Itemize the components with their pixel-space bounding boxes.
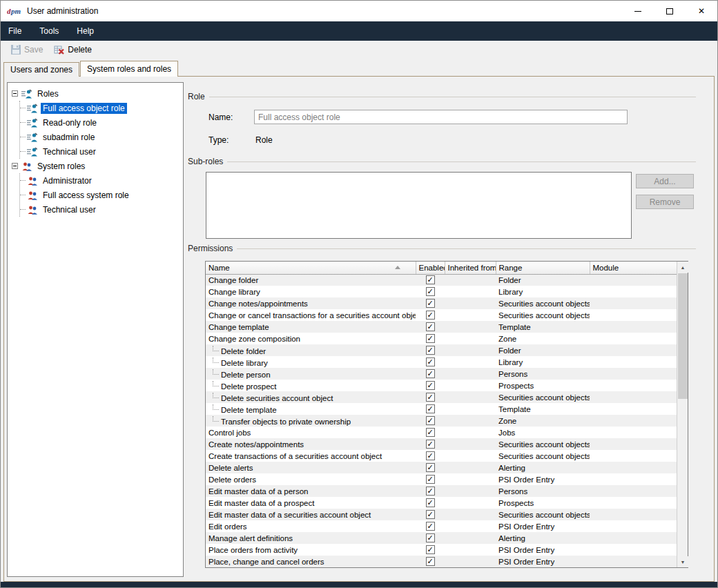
permission-row-edit-master-data-of-a-securities-account-object[interactable]: Edit master data of a securities account… bbox=[206, 509, 677, 520]
permission-row-manage-alert-definitions[interactable]: Manage alert definitions✓Alerting bbox=[206, 532, 677, 544]
permission-row-delete-orders[interactable]: Delete orders✓PSI Order Entry bbox=[206, 473, 677, 485]
enabled-checkbox[interactable]: ✓ bbox=[426, 381, 435, 390]
permission-name: Change folder bbox=[206, 274, 416, 286]
permission-row-edit-master-data-of-a-prospect[interactable]: Edit master data of a prospect✓Prospects bbox=[206, 497, 677, 509]
permissions-scrollbar[interactable]: ▲ ▼ bbox=[677, 262, 688, 567]
enabled-checkbox[interactable]: ✓ bbox=[426, 557, 435, 566]
enabled-checkbox[interactable]: ✓ bbox=[426, 510, 435, 519]
enabled-checkbox[interactable]: ✓ bbox=[426, 357, 435, 366]
tab-system-roles-and-roles[interactable]: System roles and roles bbox=[80, 61, 178, 77]
permission-row-delete-folder[interactable]: Delete folder✓Folder bbox=[206, 344, 677, 356]
permission-row-delete-prospect[interactable]: Delete prospect✓Prospects bbox=[206, 380, 677, 391]
enabled-checkbox[interactable]: ✓ bbox=[426, 498, 435, 507]
system-role-icon bbox=[27, 176, 38, 186]
tree-item-technical-user[interactable]: Technical user bbox=[20, 202, 182, 217]
tree-item-full-access-object-role[interactable]: Full access object role bbox=[20, 101, 182, 115]
tree-item-full-access-system-role[interactable]: Full access system role bbox=[20, 188, 182, 202]
enabled-checkbox[interactable]: ✓ bbox=[426, 275, 435, 284]
type-value: Role bbox=[255, 135, 273, 145]
permission-row-delete-template[interactable]: Delete template✓Template bbox=[206, 403, 677, 415]
enabled-checkbox[interactable]: ✓ bbox=[426, 334, 435, 343]
permission-row-delete-person[interactable]: Delete person✓Persons bbox=[206, 368, 677, 380]
enabled-checkbox[interactable]: ✓ bbox=[426, 487, 435, 496]
inherited-from-value bbox=[445, 297, 496, 309]
tree-item-subadmin-role[interactable]: subadmin role bbox=[20, 130, 182, 144]
column-header-inherited-from[interactable]: Inherited from bbox=[445, 262, 496, 274]
enabled-checkbox[interactable]: ✓ bbox=[426, 475, 435, 484]
permission-row-change-zone-composition[interactable]: Change zone composition✓Zone bbox=[206, 333, 677, 344]
enabled-checkbox[interactable]: ✓ bbox=[426, 311, 435, 320]
enabled-checkbox[interactable]: ✓ bbox=[426, 440, 435, 449]
permission-row-change-notes-appointments[interactable]: Change notes/appointments✓Securities acc… bbox=[206, 297, 677, 309]
remove-subrole-button[interactable]: Remove bbox=[636, 195, 694, 209]
column-header-name[interactable]: Name bbox=[206, 262, 416, 274]
enabled-checkbox[interactable]: ✓ bbox=[426, 299, 435, 308]
menu-file[interactable]: File bbox=[1, 21, 30, 41]
permission-row-edit-master-data-of-a-person[interactable]: Edit master data of a person✓Persons bbox=[206, 485, 677, 497]
inherited-from-value bbox=[445, 309, 496, 321]
permission-row-place-change-and-cancel-orders[interactable]: Place, change and cancel orders✓PSI Orde… bbox=[206, 556, 677, 567]
permissions-table: NameEnabledInherited fromRangeModule Cha… bbox=[205, 261, 688, 568]
tab-users-and-zones[interactable]: Users and zones bbox=[3, 62, 79, 77]
range-value: Jobs bbox=[496, 427, 590, 438]
permission-row-change-or-cancel-transactions-for-a-securities-account-object[interactable]: Change or cancel transactions for a secu… bbox=[206, 309, 677, 321]
permission-row-control-jobs[interactable]: Control jobs✓Jobs bbox=[206, 427, 677, 438]
add-subrole-button[interactable]: Add... bbox=[636, 174, 694, 188]
sub-roles-listbox[interactable] bbox=[206, 172, 632, 239]
scroll-down-icon[interactable]: ▼ bbox=[677, 556, 688, 567]
minimize-button[interactable] bbox=[622, 1, 654, 21]
permission-row-delete-securities-account-object[interactable]: Delete securities account object✓Securit… bbox=[206, 391, 677, 403]
range-value: PSI Order Entry bbox=[496, 520, 590, 532]
enabled-checkbox[interactable]: ✓ bbox=[426, 346, 435, 355]
permission-row-create-notes-appointments[interactable]: Create notes/appointments✓Securities acc… bbox=[206, 438, 677, 450]
scroll-up-icon[interactable]: ▲ bbox=[677, 262, 688, 273]
permission-name: Delete library bbox=[206, 356, 416, 368]
enabled-checkbox[interactable]: ✓ bbox=[426, 416, 435, 425]
permission-name: Transfer objects to private ownership bbox=[206, 415, 416, 427]
enabled-checkbox[interactable]: ✓ bbox=[426, 463, 435, 472]
enabled-checkbox[interactable]: ✓ bbox=[426, 451, 435, 460]
enabled-checkbox[interactable]: ✓ bbox=[426, 404, 435, 413]
menu-tools[interactable]: Tools bbox=[30, 21, 68, 41]
enabled-checkbox[interactable]: ✓ bbox=[426, 322, 435, 331]
maximize-button[interactable] bbox=[654, 1, 686, 21]
tree-item-technical-user[interactable]: Technical user bbox=[20, 144, 182, 159]
permission-row-delete-alerts[interactable]: Delete alerts✓Alerting bbox=[206, 462, 677, 473]
tree-item-roles[interactable]: Roles bbox=[12, 86, 182, 101]
enabled-checkbox[interactable]: ✓ bbox=[426, 287, 435, 296]
menu-help[interactable]: Help bbox=[68, 21, 103, 41]
tree-item-system-roles[interactable]: System roles bbox=[12, 159, 182, 173]
scrollbar-thumb[interactable] bbox=[678, 273, 688, 399]
column-header-range[interactable]: Range bbox=[496, 262, 590, 274]
enabled-checkbox[interactable]: ✓ bbox=[426, 533, 435, 542]
module-value bbox=[590, 556, 677, 567]
permission-row-delete-library[interactable]: Delete library✓Library bbox=[206, 356, 677, 368]
window-title: User administration bbox=[27, 6, 98, 16]
permission-row-edit-orders[interactable]: Edit orders✓PSI Order Entry bbox=[206, 520, 677, 532]
permission-row-place-orders-from-activity[interactable]: Place orders from activity✓PSI Order Ent… bbox=[206, 544, 677, 556]
column-header-enabled[interactable]: Enabled bbox=[416, 262, 445, 274]
save-button[interactable]: Save bbox=[5, 41, 48, 58]
inherited-from-value bbox=[445, 462, 496, 473]
close-button[interactable]: ✕ bbox=[686, 1, 717, 21]
name-label: Name: bbox=[208, 112, 233, 122]
enabled-checkbox[interactable]: ✓ bbox=[426, 393, 435, 402]
collapse-icon[interactable] bbox=[12, 90, 18, 97]
enabled-checkbox[interactable]: ✓ bbox=[426, 522, 435, 531]
tree-item-read-only-role[interactable]: Read-only role bbox=[20, 115, 182, 130]
permission-row-change-library[interactable]: Change library✓Library bbox=[206, 286, 677, 297]
permission-row-change-folder[interactable]: Change folder✓Folder bbox=[206, 274, 677, 286]
permission-row-transfer-objects-to-private-ownership[interactable]: Transfer objects to private ownership✓Zo… bbox=[206, 415, 677, 427]
tree-item-administrator[interactable]: Administrator bbox=[20, 173, 182, 188]
collapse-icon[interactable] bbox=[12, 163, 18, 169]
sort-ascending-icon bbox=[395, 266, 400, 269]
role-name-input[interactable] bbox=[254, 110, 628, 124]
permission-row-create-transactions-of-a-securities-account-object[interactable]: Create transactions of a securities acco… bbox=[206, 450, 677, 462]
permission-row-change-template[interactable]: Change template✓Template bbox=[206, 321, 677, 333]
delete-button[interactable]: Delete bbox=[48, 41, 97, 58]
enabled-checkbox[interactable]: ✓ bbox=[426, 545, 435, 554]
column-header-module[interactable]: Module bbox=[590, 262, 677, 274]
enabled-checkbox[interactable]: ✓ bbox=[426, 369, 435, 378]
tree-connector-icon bbox=[213, 369, 219, 375]
enabled-checkbox[interactable]: ✓ bbox=[426, 428, 435, 437]
